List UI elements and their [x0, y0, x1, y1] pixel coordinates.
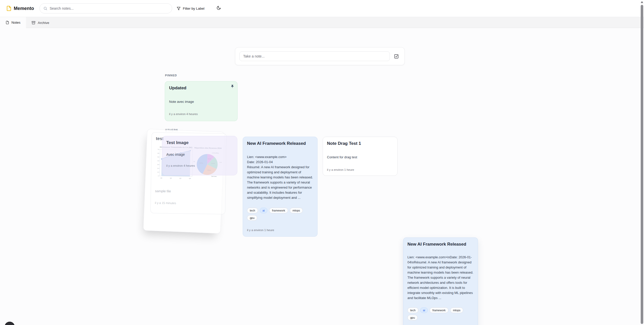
pinned-note-card[interactable]: Updated Note avec image il y a environ 4…	[165, 81, 238, 121]
svg-text:Q1: Q1	[160, 177, 162, 179]
svg-text:60: 60	[158, 152, 159, 154]
note-content: Avec image	[166, 152, 233, 157]
tag-tech[interactable]: tech	[407, 307, 418, 313]
note-title: Note Drag Test 1	[327, 141, 393, 146]
checkbox-icon[interactable]	[394, 54, 399, 59]
note-content: Lien: <www.example.com>\nDate: 2026-01-0…	[407, 255, 474, 301]
tag-list: techaiframeworkmlopsgpu	[247, 208, 313, 221]
note-composer	[235, 47, 405, 65]
note-title: New AI Framework Released	[407, 242, 474, 247]
scroll-up-arrow-icon[interactable]	[641, 1, 643, 3]
search-box[interactable]	[39, 3, 172, 13]
file-icon	[6, 21, 9, 24]
notes-board: PINNED Updated Note avec image il y a en…	[0, 28, 644, 325]
svg-text:10: 10	[157, 171, 159, 173]
tag-framework[interactable]: framework	[430, 307, 448, 313]
note-content: Note avec image	[169, 99, 233, 104]
note-content: Lien: <www.example.com> Date: 2026-01-04…	[247, 154, 313, 200]
svg-text:Q2: Q2	[170, 177, 172, 179]
svg-text:Q3: Q3	[180, 177, 181, 179]
note-card-drag-test[interactable]: Note Drag Test 1 Content for drag test i…	[323, 137, 398, 176]
dark-mode-toggle[interactable]	[216, 6, 221, 10]
note-timestamp: il y a 15 minutes	[155, 201, 221, 205]
svg-text:Services: Services	[211, 176, 216, 177]
tag-list: techaiframeworkmlopsgpu	[407, 307, 474, 320]
pinned-section-label: PINNED	[165, 74, 177, 77]
archive-icon	[32, 21, 35, 25]
note-title: New AI Framework Released	[247, 141, 313, 146]
tag-mlops[interactable]: mlops	[290, 208, 303, 213]
tag-tech[interactable]: tech	[247, 208, 258, 213]
take-a-note-input[interactable]	[239, 51, 390, 61]
tab-notes-label: Notes	[11, 21, 20, 24]
note-content: Content for drag test	[327, 155, 393, 160]
user-avatar[interactable]: N	[5, 322, 15, 325]
svg-text:Q4: Q4	[189, 178, 191, 179]
scrollbar-thumb[interactable]	[641, 5, 643, 324]
pin-icon[interactable]	[230, 84, 234, 89]
svg-text:40: 40	[157, 160, 159, 162]
tab-bar: Notes Archive	[0, 17, 644, 28]
tag-mlops[interactable]: mlops	[450, 307, 463, 313]
tab-archive[interactable]: Archive	[26, 17, 55, 28]
filter-by-label-text: Filter by Label	[183, 7, 204, 10]
filter-by-label-button[interactable]: Filter by Label	[177, 0, 204, 17]
tab-archive-label: Archive	[38, 21, 49, 25]
svg-text:30: 30	[157, 164, 159, 165]
topbar: Memento Filter by Label	[0, 0, 644, 17]
dragged-note-card-ai-framework[interactable]: New AI Framework Released Lien: <www.exa…	[403, 237, 478, 325]
funnel-icon	[177, 7, 181, 10]
note-timestamp: il y a environ 4 heures	[169, 112, 233, 116]
note-timestamp: il y a environ 4 heures	[166, 164, 233, 167]
tag-gpu[interactable]: gpu	[407, 315, 418, 320]
vertical-scrollbar[interactable]	[640, 0, 644, 325]
svg-text:20: 20	[157, 167, 159, 169]
tag-ai[interactable]: ai	[420, 307, 428, 313]
note-timestamp: il y a environ 1 heure	[247, 229, 313, 232]
svg-text:70: 70	[158, 149, 159, 150]
tag-gpu[interactable]: gpu	[247, 215, 257, 221]
note-card-ai-framework[interactable]: New AI Framework Released Lien: <www.exa…	[243, 137, 318, 237]
svg-text:0: 0	[158, 175, 159, 177]
note-title: Test Image	[166, 140, 233, 145]
note-timestamp: il y a environ 1 heure	[327, 168, 393, 171]
note-content: sample file	[155, 189, 221, 195]
note-title: Updated	[169, 86, 233, 91]
tag-framework[interactable]: framework	[269, 208, 288, 213]
svg-text:50: 50	[157, 156, 159, 158]
tag-ai[interactable]: ai	[260, 208, 268, 213]
drag-overlay-note-card[interactable]: Test Image Avec image il y a environ 4 h…	[162, 136, 237, 175]
tab-notes[interactable]: Notes	[0, 17, 26, 28]
app-title: Memento	[14, 6, 34, 11]
search-input[interactable]	[50, 6, 168, 10]
search-icon	[43, 6, 47, 10]
app-logo-note-icon	[6, 5, 12, 11]
